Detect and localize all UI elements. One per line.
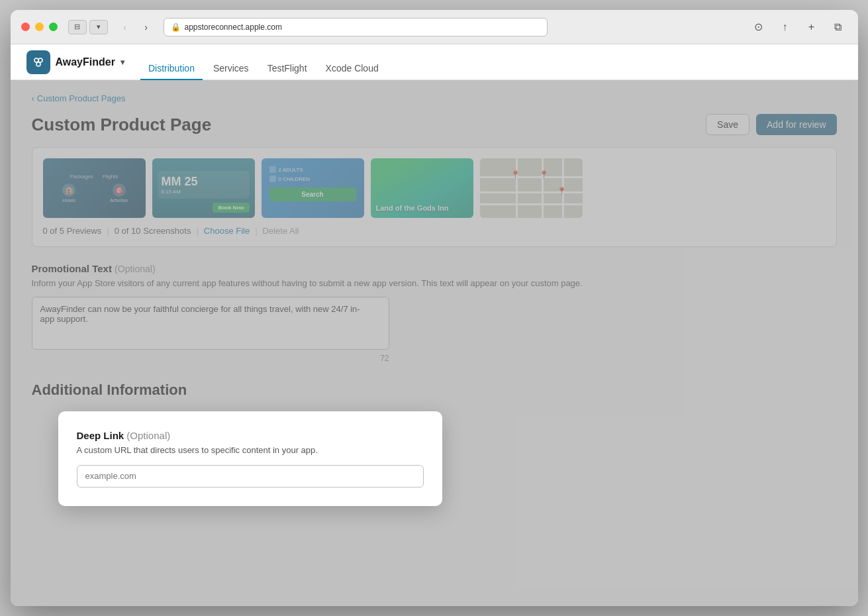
- promo-optional: (Optional): [115, 264, 155, 274]
- nav-arrows: ‹ ›: [116, 20, 156, 34]
- nav-tabs: Distribution Services TestFlight Xcode C…: [140, 44, 387, 79]
- promo-section: Promotional Text (Optional) Inform your …: [32, 263, 837, 363]
- promo-textarea[interactable]: [32, 297, 389, 350]
- sidebar-toggle[interactable]: ⊟ ▾: [68, 20, 108, 34]
- char-count: 72: [32, 354, 389, 363]
- promo-description: Inform your App Store visitors of any cu…: [32, 277, 837, 290]
- map-bg: 📍 📍 📍: [480, 158, 583, 218]
- svg-point-1: [38, 58, 42, 62]
- share-icon[interactable]: ↑: [776, 18, 795, 36]
- preview-card-1: Packages Flights 🏨 Hotels 🎯 Activities: [43, 158, 146, 218]
- deep-link-description: A custom URL that directs users to speci…: [77, 444, 424, 457]
- promo-label: Promotional Text (Optional): [32, 263, 837, 274]
- footer-divider-1: |: [107, 226, 109, 236]
- preview-search-btn: Search: [269, 187, 356, 201]
- breadcrumb-label[interactable]: Custom Product Pages: [37, 93, 126, 103]
- tabs-icon[interactable]: ⧉: [829, 18, 847, 36]
- url-bar[interactable]: 🔒 appstoreconnect.apple.com: [164, 18, 548, 36]
- action-buttons: Save Add for review: [706, 114, 836, 135]
- app-name: AwayFinder: [56, 56, 115, 68]
- deep-link-input[interactable]: [77, 465, 424, 488]
- add-review-button[interactable]: Add for review: [756, 114, 836, 135]
- tab-distribution[interactable]: Distribution: [140, 58, 203, 80]
- breadcrumb: ‹ Custom Product Pages: [32, 93, 837, 103]
- preview-card-2: MM 25 8:15 AM Book Now: [152, 158, 255, 218]
- previews-count: 0 of 5 Previews: [43, 226, 102, 236]
- back-arrow[interactable]: ‹: [116, 20, 134, 34]
- back-icon: ‹: [32, 93, 34, 103]
- url-text: appstoreconnect.apple.com: [185, 23, 282, 32]
- preview-card-4: Land of the Gods Inn: [371, 158, 473, 218]
- toolbar-right: ⊙ ↑ + ⧉: [749, 18, 847, 36]
- hotel-name: Land of the Gods Inn: [376, 203, 468, 213]
- download-icon[interactable]: ⊙: [749, 18, 768, 36]
- tab-xcode-cloud[interactable]: Xcode Cloud: [318, 58, 387, 80]
- breadcrumb-link[interactable]: ‹ Custom Product Pages: [32, 93, 126, 103]
- footer-divider-3: |: [255, 226, 257, 236]
- page-title: Custom Product Page: [32, 115, 212, 135]
- preview-book-btn: Book Now: [213, 203, 249, 213]
- sidebar-icon[interactable]: ⊟: [68, 20, 87, 34]
- save-button[interactable]: Save: [706, 114, 749, 135]
- previews-row: Packages Flights 🏨 Hotels 🎯 Activities: [43, 158, 826, 218]
- preview-date: MM 25: [162, 175, 246, 189]
- new-tab-icon[interactable]: +: [802, 18, 821, 36]
- footer-divider-2: |: [196, 226, 198, 236]
- screenshots-section: Packages Flights 🏨 Hotels 🎯 Activities: [32, 147, 837, 247]
- page-header: Custom Product Page Save Add for review: [32, 114, 837, 135]
- forward-arrow[interactable]: ›: [137, 20, 156, 34]
- preview-card-3: 2 ADULTS 0 CHILDREN Search: [262, 158, 364, 218]
- screenshots-count: 0 of 10 Screenshots: [115, 226, 191, 236]
- delete-all-link[interactable]: Delete All: [263, 226, 299, 236]
- titlebar: ⊟ ▾ ‹ › 🔒 appstoreconnect.apple.com ⊙ ↑ …: [11, 10, 858, 44]
- traffic-lights: [21, 23, 58, 31]
- deep-link-optional: (Optional): [126, 430, 170, 441]
- tab-services[interactable]: Services: [205, 58, 257, 80]
- choose-file-link[interactable]: Choose File: [204, 226, 250, 236]
- additional-info-title: Additional Information: [32, 382, 837, 399]
- deep-link-label: Deep Link (Optional): [77, 430, 424, 441]
- main-content: ‹ Custom Product Pages Custom Product Pa…: [11, 80, 858, 606]
- browser-window: ⊟ ▾ ‹ › 🔒 appstoreconnect.apple.com ⊙ ↑ …: [11, 10, 858, 606]
- app-logo[interactable]: AwayFinder ▾: [26, 50, 124, 74]
- app-header: AwayFinder ▾ Distribution Services TestF…: [11, 44, 858, 80]
- preview-time: 8:15 AM: [162, 189, 246, 195]
- deep-link-card: Deep Link (Optional) A custom URL that d…: [58, 411, 442, 506]
- app-logo-icon: [26, 50, 50, 74]
- close-button[interactable]: [21, 23, 30, 31]
- tab-testflight[interactable]: TestFlight: [260, 58, 315, 80]
- minimize-button[interactable]: [35, 23, 44, 31]
- preview-card-5: 📍 📍 📍: [480, 158, 583, 218]
- svg-point-0: [34, 58, 38, 62]
- chevron-down-icon: ▾: [121, 58, 124, 67]
- lock-icon: 🔒: [171, 23, 181, 32]
- chevron-down-icon[interactable]: ▾: [89, 20, 108, 34]
- svg-point-2: [36, 62, 40, 66]
- screenshots-footer: 0 of 5 Previews | 0 of 10 Screenshots | …: [43, 226, 826, 236]
- fullscreen-button[interactable]: [49, 23, 58, 31]
